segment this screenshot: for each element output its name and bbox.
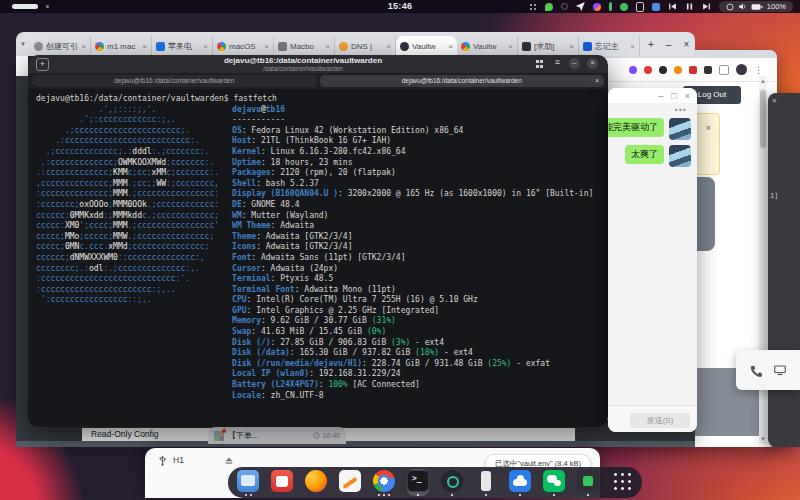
tab-close-icon[interactable]: × xyxy=(264,42,269,51)
browser-tab[interactable]: Macbo× xyxy=(274,36,335,56)
clipboard-tray-icon[interactable] xyxy=(636,2,644,12)
scroll-down-icon[interactable]: ▼ xyxy=(760,436,766,442)
video-call-icon[interactable] xyxy=(773,364,787,377)
wechat-close-button[interactable]: × xyxy=(685,91,690,101)
blue-app-tray-icon[interactable] xyxy=(652,3,660,11)
scroll-up-icon[interactable]: ▲ xyxy=(760,78,766,84)
tab-search-chevron-icon[interactable]: ▾ xyxy=(16,40,30,56)
browser-page-sliver xyxy=(16,76,28,447)
browser-tab[interactable]: macOS× xyxy=(213,36,274,56)
alert-close-icon[interactable]: × xyxy=(706,123,711,133)
tab-overview-icon[interactable] xyxy=(536,60,544,68)
tab-close-icon[interactable]: × xyxy=(630,42,635,51)
dock-terminal[interactable] xyxy=(407,469,429,496)
scrollbar-thumb[interactable] xyxy=(760,90,766,148)
voice-call-icon[interactable] xyxy=(750,364,763,377)
browser-profile-avatar[interactable] xyxy=(736,64,747,75)
browser-tab[interactable]: 苹果电× xyxy=(152,36,213,56)
tab-close-icon[interactable]: × xyxy=(508,42,513,51)
fastfetch-title: dejavu@tb16 xyxy=(232,105,593,116)
tab-title: Macbo xyxy=(290,42,322,51)
eject-icon[interactable] xyxy=(224,456,234,465)
window-close-button[interactable]: × xyxy=(683,39,689,50)
extension-icon-purple[interactable] xyxy=(629,66,637,74)
terminal-headerbar[interactable]: + dejavu@tb16:/data/container/vaultwarde… xyxy=(28,55,608,73)
system-status-pill[interactable]: 100% xyxy=(719,1,793,12)
wechat-minimize-button[interactable]: – xyxy=(658,91,663,101)
media-previous-icon[interactable] xyxy=(668,2,677,11)
fastfetch-ascii-logo: .',;::::;,'. .';:cccccccccccc:;,. .;cccc… xyxy=(36,105,219,306)
tab-title: macOS xyxy=(229,42,261,51)
running-dots xyxy=(373,494,395,496)
system-tray: 100% xyxy=(529,0,793,13)
extension-icon-dark[interactable] xyxy=(659,66,667,74)
battery-icon xyxy=(751,3,763,11)
dock-chrome[interactable] xyxy=(373,469,395,496)
wechat-tray-icon[interactable] xyxy=(620,3,628,11)
wechat-more-icon[interactable]: ••• xyxy=(675,105,687,115)
dock-wechat[interactable] xyxy=(543,469,565,496)
new-tab-button[interactable]: + xyxy=(648,39,654,50)
browser-tab[interactable]: 忘记主× xyxy=(579,36,640,56)
dock-dark-app[interactable] xyxy=(441,469,463,496)
calendar-favicon xyxy=(156,42,165,51)
window-minimize-button[interactable]: – xyxy=(666,39,672,50)
tab-close-icon[interactable]: × xyxy=(81,42,86,51)
terminal-new-tab-button[interactable]: + xyxy=(36,58,49,71)
tab-close-icon[interactable]: × xyxy=(386,42,391,51)
terminal-tab-close-icon[interactable]: × xyxy=(595,75,599,87)
terminal-menu-icon[interactable]: ≡ xyxy=(555,57,560,67)
extension-icon-red[interactable] xyxy=(644,66,652,74)
media-pause-icon[interactable] xyxy=(685,2,694,11)
tab-title: 创建可引 xyxy=(46,41,78,52)
tab-close-icon[interactable]: × xyxy=(142,42,147,51)
extension-icon-orange[interactable] xyxy=(674,66,682,74)
tab-close-icon[interactable]: × xyxy=(569,42,574,51)
purple-app-tray-icon[interactable] xyxy=(593,3,601,11)
dock-app-grid[interactable] xyxy=(611,469,633,496)
clipboard-extension-icon[interactable] xyxy=(719,65,729,75)
browser-tab[interactable]: Vaultw× xyxy=(396,36,457,56)
browser-tab[interactable]: [求助]× xyxy=(518,36,579,56)
terminal-close-button[interactable]: × xyxy=(587,58,598,69)
dock-cloud-app[interactable] xyxy=(509,469,531,496)
wechat-maximize-button[interactable]: □ xyxy=(671,91,676,101)
tab-close-icon[interactable]: × xyxy=(203,42,208,51)
tab-title: [求助] xyxy=(534,41,566,52)
tab-close-icon[interactable]: × xyxy=(448,42,453,51)
browser-tabs: 创建可引×m1 mac×苹果电×macOS×Macbo×DNS |×Vaultw… xyxy=(30,36,640,56)
terminal-minimize-button[interactable]: – xyxy=(569,58,580,69)
adguard-extension-icon[interactable] xyxy=(689,66,697,74)
dock-notes-app[interactable] xyxy=(475,469,497,496)
extension-icon-badge[interactable] xyxy=(704,66,712,74)
tab-close-icon[interactable]: × xyxy=(325,42,330,51)
browser-menu-icon[interactable]: ⋮ xyxy=(754,65,763,75)
wechat-input-area[interactable]: 发送(S) xyxy=(608,405,697,432)
browser-tab[interactable]: DNS |× xyxy=(335,36,396,56)
dark-window-close-icon[interactable]: × xyxy=(772,96,777,105)
wechat-send-button[interactable]: 发送(S) xyxy=(630,413,690,428)
browser-tab[interactable]: 创建可引× xyxy=(30,36,91,56)
dock-firefox[interactable] xyxy=(305,469,327,496)
dock-text-editor[interactable] xyxy=(339,469,361,496)
google-favicon xyxy=(461,42,470,51)
sidebar-item-drive[interactable]: H1 xyxy=(158,454,234,466)
dock-software[interactable] xyxy=(271,469,293,496)
dock-chrome-icon xyxy=(373,470,395,492)
green-bar-tray-icon[interactable] xyxy=(609,2,612,11)
terminal-content[interactable]: dejavu@tb16:/data/container/vaultwarden$… xyxy=(28,89,608,427)
chat-bubble: 能完美驱动了 xyxy=(608,118,664,137)
browser-tab[interactable]: m1 mac× xyxy=(91,36,152,56)
chat-list-item[interactable]: 【下单... 10:40 xyxy=(208,427,346,444)
browser-tab[interactable]: Vaultw× xyxy=(457,36,518,56)
terminal-tab[interactable]: dejavu@tb16:/data/container/vaultwarden xyxy=(32,75,317,87)
terminal-tab-active[interactable]: dejavu@tb16:/data/container/vaultwarden … xyxy=(320,75,605,87)
ime-tray-icon[interactable] xyxy=(529,3,537,11)
dim-status-tray-icon[interactable] xyxy=(561,3,568,10)
telegram-tray-icon[interactable] xyxy=(576,2,585,11)
dock-files[interactable] xyxy=(237,469,259,496)
green-leaf-tray-icon[interactable] xyxy=(545,3,553,11)
running-dots xyxy=(475,494,497,496)
media-next-icon[interactable] xyxy=(702,2,711,11)
dock-proxy-app[interactable] xyxy=(577,469,599,496)
